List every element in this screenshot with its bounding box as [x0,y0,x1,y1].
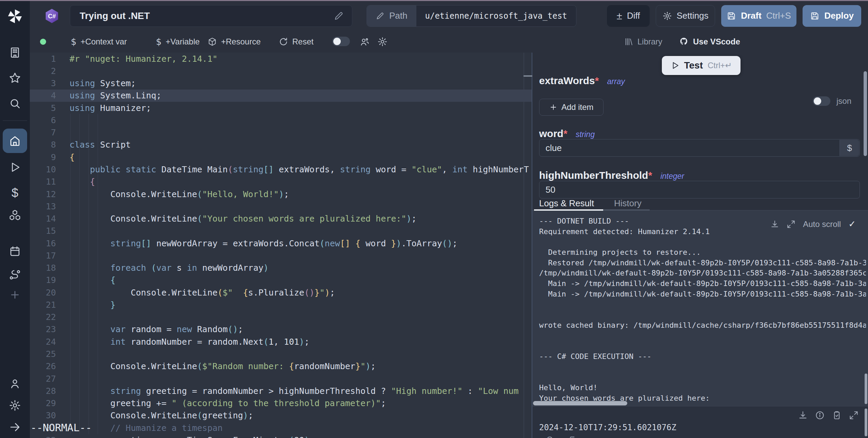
code-line[interactable]: 2 [30,65,532,77]
home-icon[interactable] [9,135,21,147]
deploy-button[interactable]: Deploy [803,5,861,27]
workspace-building-icon[interactable] [9,46,21,59]
logs-vertical-scrollbar[interactable] [865,374,867,404]
search-icon[interactable] [9,97,21,110]
code-line[interactable]: 14 Console.WriteLine("Your chosen words … [30,212,532,225]
editor-toolbar: $ +Context var $ +Variable +Resource Res… [30,31,868,53]
arg-type: array [607,77,625,86]
expand-result-icon[interactable] [849,411,859,420]
line-number: 12 [30,189,56,199]
code-line[interactable]: 12 Console.WriteLine("Hello, World!"); [30,188,532,200]
line-number: 29 [30,398,56,408]
editor-settings-gear-icon[interactable] [377,37,388,47]
path-value[interactable]: u/etienne/microsoft_java_test [416,5,576,26]
schedules-calendar-icon[interactable] [9,245,21,258]
path-group[interactable]: Path u/etienne/microsoft_java_test [367,5,576,27]
code-line[interactable]: 11 { [30,176,532,188]
edit-title-pencil-icon[interactable] [334,11,344,21]
log-line: Main -> /tmp/windmill/wk-default-89p2b-I… [539,290,866,300]
windmill-script-editor: $ C# Trying out .NET [0,0,868,438]
library-button[interactable]: Library [624,37,662,46]
code-line[interactable]: 8class Script [30,139,532,151]
log-line [539,300,866,311]
code-line[interactable]: 19 { [30,274,532,286]
code-line[interactable]: 10 public static DateTime Main(string[] … [30,163,532,175]
logs-panel[interactable]: Auto scroll ✓ --- DOTNET BUILD ---Requir… [532,211,868,406]
draft-button[interactable]: Draft Ctrl+S [721,5,796,27]
code-line[interactable]: 24 int randomNumber = random.Next(1, 101… [30,336,532,348]
arg-name: extraWords [539,75,595,86]
add-plus-icon[interactable] [9,289,21,301]
code-line[interactable]: 21 } [30,299,532,311]
code-line[interactable]: 16 string[] newWordArray = extraWords.Co… [30,237,532,249]
code-line[interactable]: 23 var random = new Random(); [30,323,532,336]
download-result-icon[interactable] [798,411,808,420]
favorites-star-icon[interactable] [9,72,21,84]
code-editor[interactable]: 1#r "nuget: Humanizer, 2.14.1"23using Sy… [30,53,532,438]
result-scrollbar[interactable] [865,408,867,436]
diff-button[interactable]: ± Diff [607,5,650,27]
tab-logs-result[interactable]: Logs & Result [539,198,594,209]
code-line[interactable]: 32 var timespan = TimeSpan.FromMinutes(9… [30,434,532,438]
line-number: 7 [30,128,56,137]
variables-dollar-icon[interactable]: $ [12,186,18,200]
code-line[interactable]: 18 foreach (var s in newWordArray) [30,262,532,274]
code-line[interactable]: 22 [30,311,532,323]
code-line[interactable]: 27 [30,373,532,385]
code-line[interactable]: 28 string greeting = randomNumber > high… [30,385,532,397]
line-number: 15 [30,226,56,236]
panel-resize-handle[interactable] [524,75,532,77]
word-input[interactable]: clue $ [539,139,860,157]
code-line[interactable]: 20 Console.WriteLine($" {s.Pluralize()}"… [30,286,532,299]
add-resource-button[interactable]: +Resource [208,37,261,46]
toggle-knob [814,97,821,105]
collapse-arrow-right-icon[interactable] [9,421,21,433]
test-button[interactable]: Test Ctrl+↵ [662,56,741,75]
code-line[interactable]: 3using System; [30,77,532,90]
code-line[interactable]: 6 [30,114,532,126]
diff-mode-toggle[interactable] [332,37,350,46]
code-line[interactable]: 5using Humanizer; [30,102,532,114]
copy-result-icon[interactable] [832,411,842,420]
resources-cubes-icon[interactable] [8,209,21,222]
insert-variable-dollar-button[interactable]: $ [840,140,859,156]
code-line[interactable]: 29 greeting += " (according to the thres… [30,397,532,409]
code-line[interactable]: 9{ [30,151,532,163]
script-title-input[interactable]: Trying out .NET [70,5,352,27]
json-toggle[interactable] [813,96,830,106]
reset-button[interactable]: Reset [279,37,314,46]
code-lines[interactable]: 1#r "nuget: Humanizer, 2.14.1"23using Sy… [30,53,532,438]
use-vscode-button[interactable]: Use VScode [679,37,740,47]
threshold-input[interactable]: 50 [539,181,860,198]
code-line[interactable]: 26 Console.WriteLine($"Random number: {r… [30,360,532,373]
runs-play-icon[interactable] [9,161,21,173]
settings-gear-icon[interactable] [9,399,21,412]
code-line[interactable]: 30 Console.WriteLine(greeting); [30,410,532,422]
windmill-logo-icon[interactable] [6,8,23,25]
code-line[interactable]: 25 [30,348,532,360]
code-line[interactable]: 7 [30,127,532,139]
line-number: 6 [30,115,56,125]
add-item-button[interactable]: Add item [539,99,604,116]
line-number: 26 [30,361,56,371]
add-context-var-button[interactable]: $ +Context var [71,37,127,47]
library-icon [624,37,633,46]
flows-route-icon[interactable] [9,269,21,281]
code-line[interactable]: 1#r "nuget: Humanizer, 2.14.1" [30,53,532,65]
tab-history[interactable]: History [614,198,642,209]
add-variable-button[interactable]: $ +Variable [156,37,200,47]
args-scrollbar[interactable] [864,71,867,156]
code-line[interactable]: 17 [30,249,532,262]
settings-button[interactable]: Settings [656,5,715,27]
result-copy-button[interactable]: Copy [547,435,577,438]
path-label-segment[interactable]: Path [367,5,416,26]
code-line[interactable]: 15 [30,225,532,237]
multiplayer-users-icon[interactable] [359,37,370,47]
info-icon[interactable] [815,411,825,420]
line-number: 3 [30,78,56,88]
code-line[interactable]: 4using System.Linq; [30,90,532,102]
code-line[interactable]: 13 [30,200,532,212]
logs-horizontal-scrollbar[interactable] [533,401,627,405]
code-line[interactable]: 31 // Humanize a timespan [30,422,532,434]
user-account-icon[interactable] [9,378,21,390]
